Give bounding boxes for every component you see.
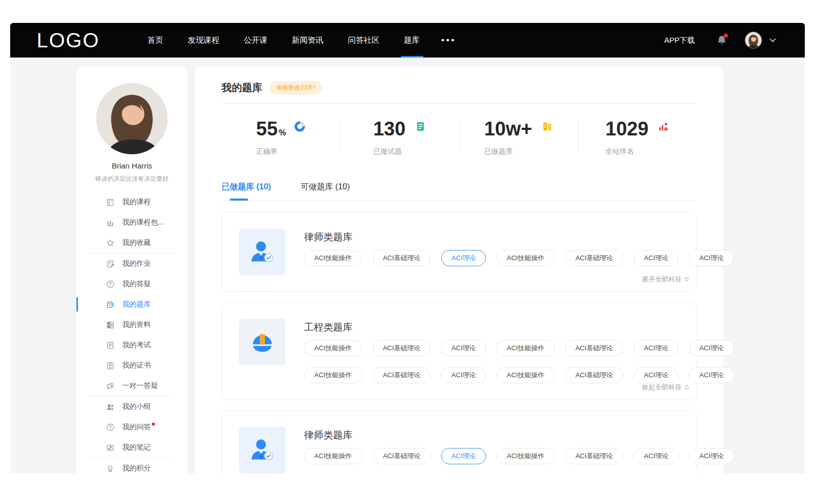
tab[interactable]: 已做题库 (10) xyxy=(222,182,271,201)
page-body: Brian Harris 错误的决定比没有决定要好 我的课程 我的课程包... … xyxy=(10,58,805,473)
nav-item-label: 发现课程 xyxy=(188,36,220,44)
bank-title: 工程类题库 xyxy=(304,321,734,334)
subject-tag[interactable]: ACI技能操作 xyxy=(304,250,362,266)
collapse-subjects-link[interactable]: 收起全部科目 xyxy=(642,383,689,392)
nav-item[interactable]: 新闻资讯 xyxy=(280,23,336,58)
subject-tag[interactable]: ACI理论 xyxy=(441,340,486,356)
sidebar-item[interactable]: 我的课程包... xyxy=(76,212,187,233)
book-icon xyxy=(106,198,115,207)
stat: 1029 全站排名 xyxy=(578,119,697,156)
lawyer-icon xyxy=(249,436,276,464)
sidebar-item[interactable]: 我的小组 xyxy=(76,397,187,417)
user-avatar[interactable] xyxy=(745,32,762,49)
header-divider xyxy=(222,103,697,104)
sidebar-item[interactable]: 我的证书 xyxy=(76,355,187,376)
nav-item[interactable]: 首页 xyxy=(135,23,176,58)
subject-tag[interactable]: ACI基础理论 xyxy=(565,367,623,383)
subject-tag[interactable]: ACI基础理论 xyxy=(565,340,623,356)
nav-item[interactable]: 公开课 xyxy=(232,23,280,58)
subject-tag[interactable]: ACI技能操作 xyxy=(304,367,362,383)
subject-tag[interactable]: ACI技能操作 xyxy=(497,448,555,464)
top-navigation: LOGO 首页发现课程公开课新闻资讯问答社区题库 ●●● APP下载 xyxy=(10,23,805,58)
nav-item-label: 新闻资讯 xyxy=(292,36,323,44)
star-icon xyxy=(106,239,115,247)
nav-more-button[interactable]: ●●● xyxy=(432,23,465,58)
sidebar-item[interactable]: 我的作业 xyxy=(76,254,187,274)
sidebar-item[interactable]: 我的题库 xyxy=(76,294,187,315)
stat-label: 全站排名 xyxy=(606,147,670,156)
subject-tag[interactable]: ACI基础理论 xyxy=(373,448,431,464)
question-icon xyxy=(106,423,115,432)
sidebar-item-label: 我的笔记 xyxy=(122,443,151,452)
tabs: 已做题库 (10)可做题库 (10) xyxy=(222,182,697,201)
subject-tag[interactable]: ACI理论 xyxy=(634,340,678,356)
app-download-link[interactable]: APP下载 xyxy=(664,36,695,45)
subject-tag[interactable]: ACI基础理论 xyxy=(373,367,431,383)
profile-avatar xyxy=(96,83,168,154)
subject-tag[interactable]: ACI理论 xyxy=(689,250,734,266)
subject-tag[interactable]: ACI基础理论 xyxy=(373,250,431,266)
page-title: 我的题库 xyxy=(222,81,262,95)
paper-icon xyxy=(415,121,426,132)
stat-value: 10w+ xyxy=(484,119,532,139)
sidebar-item[interactable]: 我的考试 xyxy=(76,335,187,355)
stat-suffix: % xyxy=(279,128,286,137)
engineer-icon xyxy=(249,328,276,356)
expand-subjects-link[interactable]: 展开全部科目 xyxy=(642,275,689,284)
subject-tag[interactable]: ACI技能操作 xyxy=(304,340,362,356)
nav-right: APP下载 xyxy=(664,32,776,49)
stat-label: 已做题库 xyxy=(484,147,553,156)
sidebar-item[interactable]: 我的问答 xyxy=(76,417,187,437)
subject-tag[interactable]: ACI理论 xyxy=(689,367,734,383)
subject-tag[interactable]: ACI理论 xyxy=(441,250,486,266)
subject-tag[interactable]: ACI基础理论 xyxy=(565,448,623,464)
subject-tag[interactable]: ACI理论 xyxy=(689,448,734,464)
nav-item[interactable]: 题库 xyxy=(392,23,432,58)
sidebar-item[interactable]: 一对一答疑 xyxy=(76,376,187,396)
cert-icon xyxy=(106,361,115,370)
nav-item[interactable]: 发现课程 xyxy=(176,23,232,58)
expand-subjects-link[interactable]: 展开全部科目 xyxy=(642,473,689,473)
sidebar-item[interactable]: 我的课程 xyxy=(76,192,187,212)
sidebar-item[interactable]: 我的答疑 xyxy=(76,274,187,294)
notification-dot xyxy=(152,423,155,426)
tab[interactable]: 可做题库 (10) xyxy=(301,182,350,201)
subject-tag[interactable]: ACI技能操作 xyxy=(497,250,555,266)
tag-row: ACI技能操作ACI基础理论ACI理论ACI技能操作ACI基础理论ACI理论AC… xyxy=(304,250,734,266)
double-chevron-icon xyxy=(684,384,689,390)
tag-row: ACI技能操作ACI基础理论ACI理论ACI技能操作ACI基础理论ACI理论AC… xyxy=(304,448,734,464)
subject-tag[interactable]: ACI技能操作 xyxy=(497,367,555,383)
note-icon xyxy=(106,443,115,452)
homework-icon xyxy=(106,260,115,268)
bank-card[interactable]: 工程类题库 ACI技能操作ACI基础理论ACI理论ACI技能操作ACI基础理论A… xyxy=(222,302,697,399)
lawyer-icon xyxy=(249,238,276,266)
subject-tag[interactable]: ACI理论 xyxy=(634,448,678,464)
sidebar-item[interactable]: 我的资料 xyxy=(76,315,187,335)
nav-item[interactable]: 问答社区 xyxy=(336,23,392,58)
sidebar-item-label: 我的课程包... xyxy=(122,218,164,227)
subject-tag[interactable]: ACI理论 xyxy=(689,340,734,356)
subject-tag[interactable]: ACI技能操作 xyxy=(497,340,555,356)
nav-item-label: 题库 xyxy=(404,36,420,44)
chevron-down-icon[interactable] xyxy=(769,38,776,43)
notifications-button[interactable] xyxy=(716,35,727,46)
sidebar-item[interactable]: 我的收藏 xyxy=(76,233,187,253)
subject-tag[interactable]: ACI基础理论 xyxy=(373,340,431,356)
sidebar-item-label: 我的积分 xyxy=(122,464,151,473)
bank-card[interactable]: 律师类题库 ACI技能操作ACI基础理论ACI理论ACI技能操作ACI基础理论A… xyxy=(222,212,697,291)
subject-tag[interactable]: ACI理论 xyxy=(441,448,486,464)
bank-title: 律师类题库 xyxy=(304,231,734,244)
stat: 10w+ 已做题库 xyxy=(459,119,578,156)
sidebar-item[interactable]: 我的笔记 xyxy=(76,437,187,458)
bank-card-list: 律师类题库 ACI技能操作ACI基础理论ACI理论ACI技能操作ACI基础理论A… xyxy=(222,212,697,473)
bank-title: 律师类题库 xyxy=(304,429,734,442)
sidebar-item[interactable]: 我的积分 xyxy=(76,458,187,473)
subject-tag[interactable]: ACI技能操作 xyxy=(304,448,362,464)
subject-tag[interactable]: ACI理论 xyxy=(634,367,678,383)
subject-tag[interactable]: ACI理论 xyxy=(441,367,486,383)
nav-items: 首页发现课程公开课新闻资讯问答社区题库 xyxy=(135,23,432,58)
bank-card[interactable]: 律师类题库 ACI技能操作ACI基础理论ACI理论ACI技能操作ACI基础理论A… xyxy=(222,410,697,473)
subject-tag[interactable]: ACI基础理论 xyxy=(565,250,623,266)
subject-tag[interactable]: ACI理论 xyxy=(634,250,678,266)
nav-item-label: 首页 xyxy=(148,36,164,44)
